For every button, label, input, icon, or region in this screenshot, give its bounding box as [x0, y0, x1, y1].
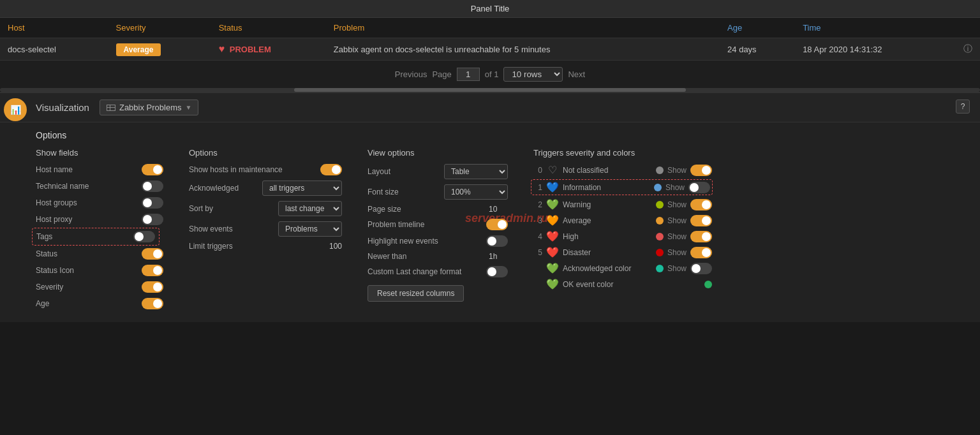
col-status[interactable]: Status	[211, 18, 326, 38]
rows-per-page-select[interactable]: 10 rows 25 rows 50 rows 100 rows	[503, 67, 563, 82]
trigger-row-ack: 💚 Acknowledged color Show	[533, 262, 712, 274]
previous-button[interactable]: Previous	[395, 70, 427, 79]
trigger-name-2: Warning	[563, 200, 652, 209]
field-status-label: Status	[36, 249, 93, 258]
trigger-color-3[interactable]	[656, 217, 664, 225]
trigger-name-5: Disaster	[563, 248, 652, 257]
trigger-num-3: 3	[533, 216, 542, 225]
field-host-name-toggle[interactable]	[142, 164, 163, 175]
field-severity-toggle[interactable]	[142, 281, 163, 293]
problem-timeline-toggle[interactable]	[486, 219, 508, 230]
reset-columns-button[interactable]: Reset resized columns	[368, 285, 464, 302]
field-age-toggle[interactable]	[142, 298, 163, 309]
font-size-select[interactable]: 100% 80% 120%	[444, 184, 508, 200]
problem-timeline-label: Problem timeline	[368, 220, 425, 229]
field-status-toggle[interactable]	[142, 248, 163, 260]
trigger-row-5: 5 ❤️ Disaster Show	[533, 246, 712, 258]
trigger-row-ok: 💚 OK event color	[533, 278, 712, 290]
highlight-events-toggle[interactable]	[486, 235, 508, 247]
field-host-groups-row: Host groups	[36, 197, 163, 209]
help-button[interactable]: ?	[956, 100, 970, 114]
trigger-show-toggle-4[interactable]	[690, 231, 712, 242]
trigger-num-0: 0	[533, 166, 542, 175]
show-hosts-maintenance-row: Show hosts in maintenance	[189, 164, 342, 175]
sort-by-select[interactable]: last change host severity	[278, 201, 342, 216]
field-host-groups-toggle[interactable]	[142, 197, 163, 209]
trigger-show-toggle-0[interactable]	[690, 165, 712, 176]
col-problem[interactable]: Problem	[326, 18, 720, 38]
acknowledged-select[interactable]: all triggers unacknowledged acknowledged	[262, 181, 342, 196]
cell-info[interactable]: ⓘ	[956, 38, 980, 61]
field-status-icon-toggle[interactable]	[142, 265, 163, 276]
triggers-title: Triggers severity and colors	[533, 148, 712, 158]
trigger-row-2: 2 💚 Warning Show	[533, 198, 712, 210]
trigger-row-4: 4 ❤️ High Show	[533, 230, 712, 242]
col-host[interactable]: Host	[0, 18, 108, 38]
show-events-select[interactable]: Problems All	[278, 221, 342, 237]
trigger-color-5[interactable]	[656, 249, 664, 256]
page-number-input[interactable]	[457, 68, 480, 81]
field-tags-toggle[interactable]	[133, 231, 155, 242]
trigger-show-toggle-2[interactable]	[690, 199, 712, 210]
field-technical-name-toggle[interactable]	[142, 181, 163, 192]
trigger-show-toggle-3[interactable]	[690, 215, 712, 226]
trigger-color-1[interactable]	[654, 184, 662, 191]
newer-than-row: Newer than 1h	[368, 252, 508, 261]
table-row: docs-selectel Average ♥ PROBLEM Zabbix a…	[0, 38, 980, 61]
trigger-show-label-4: Show	[667, 232, 687, 241]
show-events-row: Show events Problems All	[189, 221, 342, 237]
trigger-show-toggle-5[interactable]	[690, 247, 712, 258]
visualization-type-button[interactable]: Zabbix Problems ▼	[100, 100, 198, 115]
col-severity[interactable]: Severity	[108, 18, 211, 38]
problems-table: Host Severity Status Problem Age Time do…	[0, 18, 980, 60]
field-technical-name-label: Technical name	[36, 182, 93, 191]
show-hosts-maintenance-toggle[interactable]	[320, 164, 342, 175]
trigger-heart-4: ❤️	[546, 230, 559, 242]
trigger-color-4[interactable]	[656, 233, 664, 240]
options-column: Options Show hosts in maintenance Acknow…	[189, 148, 342, 256]
info-icon[interactable]: ⓘ	[963, 43, 972, 54]
col-age[interactable]: Age	[720, 18, 795, 38]
page-size-value: 10	[489, 205, 508, 214]
custom-format-toggle[interactable]	[486, 266, 508, 277]
triggers-column: Triggers severity and colors 0 ♡ Not cla…	[533, 148, 712, 294]
visualization-header: Visualization Zabbix Problems ▼ ?	[0, 93, 980, 122]
page-size-row: Page size 10	[368, 205, 508, 214]
col-time[interactable]: Time	[795, 18, 956, 38]
show-events-label: Show events	[189, 225, 253, 233]
cell-age: 24 days	[720, 38, 795, 61]
heart-icon: ♥	[219, 43, 225, 54]
trigger-row-3: 3 🧡 Average Show	[533, 214, 712, 226]
field-host-proxy-toggle[interactable]	[142, 214, 163, 225]
trigger-show-toggle-ack[interactable]	[690, 263, 712, 274]
page-label: Page	[432, 70, 451, 79]
trigger-color-ok[interactable]	[704, 281, 712, 288]
chart-icon[interactable]: 📊	[10, 105, 21, 115]
trigger-num-4: 4	[533, 232, 542, 241]
trigger-show-toggle-1[interactable]	[688, 182, 710, 193]
trigger-num-1: 1	[533, 183, 542, 192]
visualization-label: Visualization	[36, 102, 89, 113]
trigger-show-label-3: Show	[667, 216, 687, 225]
show-fields-column: Show fields Host name Technical name Hos…	[36, 148, 163, 314]
highlight-events-label: Highlight new events	[368, 237, 438, 246]
tags-highlighted-container: Tags	[32, 228, 160, 246]
bottom-panel: 📊 ⚙ Visualization Zabbix Problems ▼ ? se…	[0, 92, 980, 322]
trigger-color-0[interactable]	[656, 166, 664, 174]
trigger-color-ack[interactable]	[656, 265, 664, 272]
acknowledged-label: Acknowledged	[189, 184, 253, 193]
next-button[interactable]: Next	[568, 70, 585, 79]
trigger-color-2[interactable]	[656, 201, 664, 209]
field-tags-row: Tags	[36, 230, 163, 243]
trigger-heart-1: 💙	[546, 181, 559, 193]
layout-select[interactable]: Table Top N	[444, 164, 508, 179]
trigger-heart-ok: 💚	[546, 278, 559, 290]
trigger-heart-2: 💚	[546, 198, 559, 210]
field-status-icon-label: Status Icon	[36, 266, 93, 275]
field-host-proxy-row: Host proxy	[36, 214, 163, 225]
field-age-label: Age	[36, 299, 93, 308]
show-fields-title: Show fields	[36, 148, 163, 158]
options-col-title: Options	[189, 148, 342, 158]
of-label: of 1	[485, 70, 499, 79]
limit-triggers-value: 100	[329, 242, 342, 251]
